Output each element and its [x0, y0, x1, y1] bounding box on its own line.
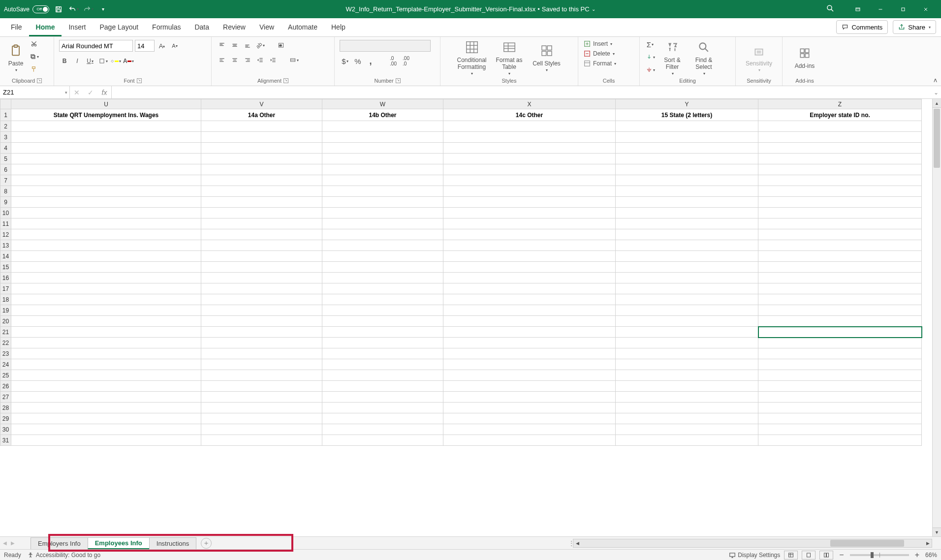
row-header-31[interactable]: 31: [0, 435, 11, 446]
cell-U13[interactable]: [11, 240, 201, 251]
cell-Y14[interactable]: [616, 251, 758, 262]
row-header-17[interactable]: 17: [0, 283, 11, 294]
align-middle-icon[interactable]: [229, 40, 240, 51]
fill-color-icon[interactable]: ▾: [110, 56, 121, 66]
cell-U8[interactable]: [11, 186, 201, 197]
autosave-toggle[interactable]: AutoSave Off: [4, 5, 49, 13]
cell-X7[interactable]: [443, 175, 616, 186]
close-icon[interactable]: [914, 0, 937, 18]
autosum-icon[interactable]: Σ▾: [645, 39, 656, 50]
cell-X6[interactable]: [443, 164, 616, 175]
clipboard-launcher-icon[interactable]: [37, 78, 42, 83]
row-header-6[interactable]: 6: [0, 164, 11, 175]
cell-X27[interactable]: [443, 392, 616, 403]
decrease-indent-icon[interactable]: [255, 55, 266, 65]
cell-X31[interactable]: [443, 435, 616, 446]
cell-X14[interactable]: [443, 251, 616, 262]
cell-U14[interactable]: [11, 251, 201, 262]
row-header-2[interactable]: 2: [0, 121, 11, 132]
cell-W6[interactable]: [322, 164, 443, 175]
cell-W12[interactable]: [322, 229, 443, 240]
conditional-formatting-button[interactable]: Conditional Formatting▾: [454, 38, 490, 76]
page-break-view-icon[interactable]: [819, 551, 833, 560]
cell-Y8[interactable]: [616, 186, 758, 197]
cell-X30[interactable]: [443, 424, 616, 435]
row-header-19[interactable]: 19: [0, 305, 11, 316]
tab-home[interactable]: Home: [29, 18, 62, 36]
row-header-22[interactable]: 22: [0, 338, 11, 348]
accessibility-status[interactable]: Accessibility: Good to go: [27, 552, 100, 559]
cell-W2[interactable]: [322, 121, 443, 132]
cell-Z31[interactable]: [758, 435, 922, 446]
cell-X20[interactable]: [443, 316, 616, 327]
row-header-25[interactable]: 25: [0, 370, 11, 381]
cell-U19[interactable]: [11, 305, 201, 316]
cell-V19[interactable]: [201, 305, 322, 316]
cell-Z23[interactable]: [758, 348, 922, 359]
cell-U27[interactable]: [11, 392, 201, 403]
cell-V28[interactable]: [201, 403, 322, 413]
cell-Z5[interactable]: [758, 154, 922, 164]
cell-W28[interactable]: [322, 403, 443, 413]
cell-W29[interactable]: [322, 413, 443, 424]
tab-insert[interactable]: Insert: [62, 18, 93, 36]
cell-X15[interactable]: [443, 262, 616, 273]
column-header-W[interactable]: W: [322, 99, 443, 109]
cell-X16[interactable]: [443, 273, 616, 283]
cell-W5[interactable]: [322, 154, 443, 164]
cell-X22[interactable]: [443, 338, 616, 348]
cell-Z6[interactable]: [758, 164, 922, 175]
cell-Y23[interactable]: [616, 348, 758, 359]
cell-U22[interactable]: [11, 338, 201, 348]
page-layout-view-icon[interactable]: [802, 551, 816, 560]
cell-W3[interactable]: [322, 132, 443, 143]
cell-X10[interactable]: [443, 208, 616, 218]
align-center-icon[interactable]: [229, 55, 240, 65]
orientation-icon[interactable]: ab▾: [255, 40, 266, 51]
cell-V16[interactable]: [201, 273, 322, 283]
header-cell[interactable]: 14c Other: [443, 109, 616, 121]
row-header-7[interactable]: 7: [0, 175, 11, 186]
row-header-28[interactable]: 28: [0, 403, 11, 413]
cell-Y13[interactable]: [616, 240, 758, 251]
cell-X19[interactable]: [443, 305, 616, 316]
cell-Y11[interactable]: [616, 218, 758, 229]
new-sheet-icon[interactable]: ＋: [201, 538, 212, 549]
cell-X29[interactable]: [443, 413, 616, 424]
cell-U18[interactable]: [11, 294, 201, 305]
row-header-27[interactable]: 27: [0, 392, 11, 403]
cell-W30[interactable]: [322, 424, 443, 435]
sheet-nav-next-icon[interactable]: ▶: [11, 540, 15, 546]
cell-V6[interactable]: [201, 164, 322, 175]
cell-Z19[interactable]: [758, 305, 922, 316]
enter-formula-icon[interactable]: ✓: [84, 89, 97, 96]
row-header-23[interactable]: 23: [0, 348, 11, 359]
cell-U11[interactable]: [11, 218, 201, 229]
cell-Y5[interactable]: [616, 154, 758, 164]
cancel-formula-icon[interactable]: ✕: [70, 89, 84, 96]
cell-Y7[interactable]: [616, 175, 758, 186]
align-top-icon[interactable]: [217, 40, 227, 51]
row-header-26[interactable]: 26: [0, 381, 11, 392]
underline-icon[interactable]: U▾: [85, 56, 95, 66]
cell-Y10[interactable]: [616, 208, 758, 218]
cell-U16[interactable]: [11, 273, 201, 283]
cell-Z14[interactable]: [758, 251, 922, 262]
cell-W21[interactable]: [322, 327, 443, 338]
cell-U30[interactable]: [11, 424, 201, 435]
search-icon[interactable]: [826, 4, 835, 14]
scroll-right-icon[interactable]: ▶: [924, 541, 932, 546]
share-button[interactable]: Share▾: [893, 20, 936, 34]
font-size-input[interactable]: [135, 40, 155, 52]
cell-X8[interactable]: [443, 186, 616, 197]
formula-input[interactable]: [112, 86, 931, 98]
cell-Y27[interactable]: [616, 392, 758, 403]
cell-Y30[interactable]: [616, 424, 758, 435]
normal-view-icon[interactable]: [784, 551, 798, 560]
name-box[interactable]: Z21▾: [0, 86, 70, 98]
cell-Z9[interactable]: [758, 197, 922, 208]
cell-W7[interactable]: [322, 175, 443, 186]
cell-X11[interactable]: [443, 218, 616, 229]
cell-Z16[interactable]: [758, 273, 922, 283]
zoom-out-icon[interactable]: −: [837, 551, 846, 560]
